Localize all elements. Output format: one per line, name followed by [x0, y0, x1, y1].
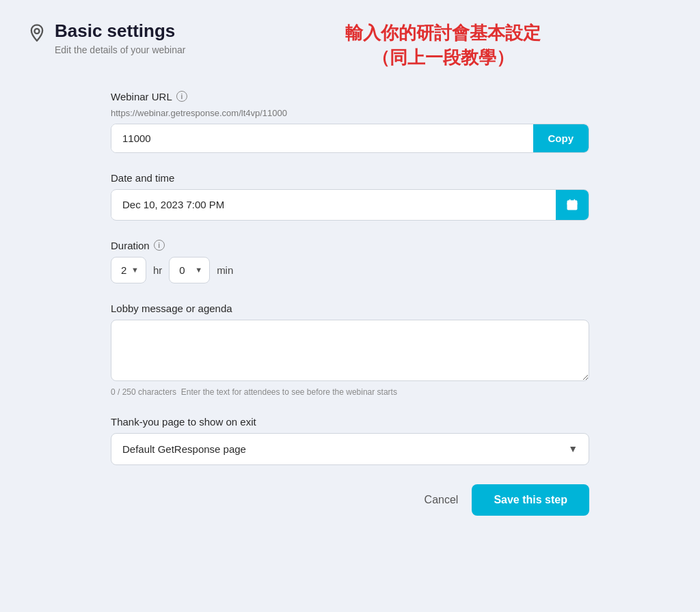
thankyou-dropdown[interactable]: Default GetResponse page ▼ — [111, 433, 589, 465]
cancel-button[interactable]: Cancel — [425, 494, 459, 506]
lobby-label: Lobby message or agenda — [111, 303, 589, 314]
hours-unit-label: hr — [153, 264, 162, 276]
save-button[interactable]: Save this step — [472, 484, 589, 516]
lobby-char-hint: 0 / 250 characters Enter the text for at… — [111, 387, 589, 397]
location-icon — [27, 23, 46, 45]
minutes-select-wrap: 0 15 30 45 ▼ — [169, 257, 210, 283]
calendar-button[interactable] — [556, 190, 589, 220]
header-text: Basic settings Edit the details of your … — [55, 20, 185, 55]
svg-rect-1 — [567, 200, 578, 210]
copy-button[interactable]: Copy — [533, 124, 589, 152]
date-time-label: Date and time — [111, 172, 589, 184]
date-time-group: Date and time — [111, 172, 589, 221]
minutes-chevron-icon: ▼ — [195, 266, 202, 274]
page-subtitle: Edit the details of your webinar — [55, 44, 185, 55]
webinar-url-group: Webinar URL i https://webinar.getrespons… — [111, 91, 589, 153]
webinar-url-hint: https://webinar.getresponse.com/lt4vp/11… — [111, 108, 589, 118]
date-input-wrap — [111, 189, 589, 221]
minutes-select[interactable]: 0 15 30 45 — [179, 264, 191, 276]
webinar-url-input-group: Copy — [111, 124, 589, 153]
lobby-textarea[interactable] — [111, 320, 589, 381]
form-section: Webinar URL i https://webinar.getrespons… — [111, 91, 589, 465]
header-left: Basic settings Edit the details of your … — [27, 20, 185, 55]
lobby-group: Lobby message or agenda 0 / 250 characte… — [111, 303, 589, 397]
duration-label: Duration i — [111, 240, 589, 251]
footer-buttons: Cancel Save this step — [111, 484, 589, 516]
webinar-url-input[interactable] — [111, 124, 533, 152]
hours-select-wrap: 1 2 3 4 ▼ — [111, 257, 146, 283]
thankyou-chevron-icon: ▼ — [568, 443, 578, 454]
webinar-url-info-icon[interactable]: i — [176, 91, 187, 102]
thankyou-group: Thank-you page to show on exit Default G… — [111, 416, 589, 465]
thankyou-label: Thank-you page to show on exit — [111, 416, 589, 428]
header-area: Basic settings Edit the details of your … — [27, 20, 673, 70]
thankyou-selected-value: Default GetResponse page — [122, 443, 246, 455]
date-time-input[interactable] — [111, 191, 556, 219]
overlay-annotation: 輸入你的研討會基本設定 （同上一段教學） — [213, 20, 673, 70]
hours-select[interactable]: 1 2 3 4 — [121, 264, 127, 276]
duration-group: Duration i 1 2 3 4 ▼ hr 0 15 — [111, 240, 589, 283]
page-wrapper: Basic settings Edit the details of your … — [0, 0, 700, 612]
page-title: Basic settings — [55, 20, 185, 42]
duration-info-icon[interactable]: i — [154, 240, 165, 251]
webinar-url-label: Webinar URL i — [111, 91, 589, 102]
hours-chevron-icon: ▼ — [131, 266, 139, 274]
minutes-unit-label: min — [217, 264, 233, 276]
svg-point-0 — [35, 29, 40, 33]
duration-row: 1 2 3 4 ▼ hr 0 15 30 45 ▼ — [111, 257, 589, 283]
